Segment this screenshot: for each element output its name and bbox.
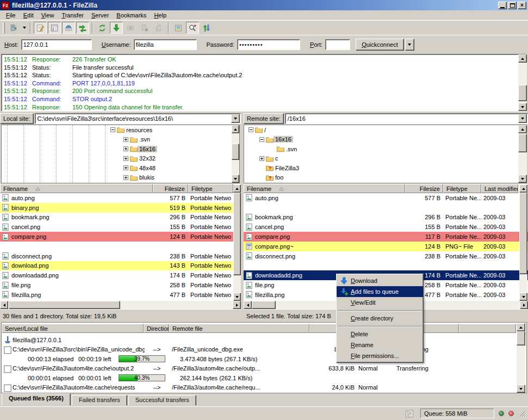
file-row[interactable]: download.png143 BPortable Netwo xyxy=(0,261,241,271)
menu-edit[interactable]: Edit xyxy=(20,11,38,20)
expand-icon[interactable] xyxy=(123,175,128,180)
expand-icon[interactable] xyxy=(123,137,128,142)
context-menu-item-download[interactable]: Download xyxy=(337,275,423,286)
tab-successful-transfers[interactable]: Successful transfers xyxy=(128,395,196,405)
scroll-thumb[interactable] xyxy=(9,301,120,309)
column-header-filename[interactable]: Filename xyxy=(244,184,405,193)
log-scrollbar[interactable] xyxy=(518,54,527,111)
tree-item[interactable]: / xyxy=(244,125,526,135)
tree-item[interactable]: .svn xyxy=(2,135,239,145)
queue-row[interactable]: filezilla@127.0.0.1 xyxy=(2,335,526,345)
file-row[interactable]: compare.png117 BPortable Ne...2009-03 xyxy=(244,232,528,242)
expand-icon[interactable] xyxy=(259,156,264,161)
resize-grip[interactable] xyxy=(518,410,526,417)
refresh-button[interactable] xyxy=(96,22,109,34)
local-tree-scrollbar[interactable] xyxy=(232,125,239,183)
tree-item[interactable]: resources xyxy=(2,125,239,135)
collapse-icon[interactable] xyxy=(110,127,115,132)
file-row[interactable]: compare.png124 BPortable Netwo xyxy=(0,232,241,242)
tree-item[interactable]: .svn xyxy=(244,144,526,154)
local-list-hscrollbar[interactable] xyxy=(0,301,241,309)
scroll-thumb[interactable] xyxy=(252,301,276,309)
file-row[interactable]: cancel.png155 BPortable Ne...2009-03 xyxy=(244,222,528,232)
queue-column-header[interactable]: Remote file xyxy=(169,324,309,333)
context-menu-item-create-directory[interactable]: Create directory xyxy=(337,313,423,324)
toolbar-grip[interactable] xyxy=(3,22,5,33)
queue-row[interactable]: 00:00:01 elapsed00:00:01 left40.3%262.14… xyxy=(2,373,526,383)
scroll-left-button[interactable] xyxy=(244,301,252,309)
menu-view[interactable]: View xyxy=(38,11,58,20)
menu-server[interactable]: Server xyxy=(88,11,113,20)
context-menu-item-view-edit[interactable]: View/Edit xyxy=(337,297,423,308)
scroll-left-button[interactable] xyxy=(0,301,8,309)
queue-row[interactable]: 00:00:13 elapsed00:00:19 left39.7%3.473.… xyxy=(2,354,526,364)
queue-column-header[interactable]: Server/Local file xyxy=(2,324,144,333)
scroll-right-button[interactable] xyxy=(233,301,241,309)
scroll-up-button[interactable] xyxy=(517,323,525,331)
scroll-up-button[interactable] xyxy=(232,125,239,133)
queue-column-header[interactable]: Direction xyxy=(144,324,169,333)
menu-file[interactable]: File xyxy=(2,11,20,20)
queue-row[interactable]: C:\dev\svn\FileZilla3\autom4te.cache\out… xyxy=(2,364,526,374)
queue-scrollbar[interactable] xyxy=(517,323,525,393)
menu-bookmarks[interactable]: Bookmarks xyxy=(113,11,150,20)
column-header-filesize[interactable]: Filesize xyxy=(405,184,443,193)
tab-queued-files-[interactable]: Queued files (3566) xyxy=(2,393,71,405)
tree-item[interactable]: c xyxy=(244,154,526,164)
file-row[interactable]: bookmark.png296 BPortable Netwo xyxy=(0,213,241,223)
site-manager-button[interactable] xyxy=(7,22,20,34)
reconnect-button[interactable] xyxy=(152,22,165,34)
file-row[interactable]: disconnect.png238 BPortable Netwo xyxy=(0,251,241,261)
scroll-up-button[interactable] xyxy=(518,125,527,133)
file-row[interactable] xyxy=(244,203,528,213)
remote-tree-scrollbar[interactable] xyxy=(518,125,527,183)
scroll-down-button[interactable] xyxy=(517,385,525,393)
tree-item[interactable]: blukis xyxy=(2,173,239,183)
scroll-thumb[interactable] xyxy=(518,85,527,101)
process-queue-button[interactable] xyxy=(110,22,123,34)
scroll-down-button[interactable] xyxy=(233,293,241,301)
file-row[interactable]: cancel.png155 BPortable Netwo xyxy=(0,222,241,232)
column-header-filename[interactable]: Filename xyxy=(0,184,153,193)
expand-icon[interactable] xyxy=(123,146,128,151)
password-input[interactable] xyxy=(237,39,300,50)
file-row[interactable]: compare.png~124 BPNG~ File2009-03 xyxy=(244,242,528,251)
host-input[interactable] xyxy=(21,39,92,50)
scroll-down-button[interactable] xyxy=(518,103,527,111)
local-site-combobox[interactable]: C:\dev\svn\FileZilla3\src\interface\reso… xyxy=(35,113,241,124)
file-row[interactable]: filezilla.png477 BPortable Netwo xyxy=(0,290,241,300)
site-manager-dropdown[interactable] xyxy=(21,22,28,34)
cancel-button[interactable] xyxy=(124,22,137,34)
transfer-queue-button[interactable] xyxy=(76,22,89,34)
scroll-thumb[interactable] xyxy=(519,193,527,274)
maximize-button[interactable] xyxy=(508,2,517,9)
collapse-icon[interactable] xyxy=(249,127,253,132)
collapse-icon[interactable] xyxy=(259,137,264,142)
minimize-button[interactable] xyxy=(498,2,507,9)
scroll-thumb[interactable] xyxy=(232,144,239,160)
queue-row[interactable]: C:\dev\svn\FileZilla3\autom4te.cache\req… xyxy=(2,383,526,393)
queue-column-header[interactable] xyxy=(459,324,516,333)
file-row[interactable]: binary.png519 BPortable Netwo xyxy=(0,203,241,213)
filter-button[interactable] xyxy=(172,22,185,34)
column-header-filesize[interactable]: Filesize xyxy=(153,184,188,193)
remote-list-vscrollbar[interactable] xyxy=(519,184,527,301)
tree-item[interactable]: 16x16 xyxy=(244,135,526,145)
context-menu-item-file-permissions-[interactable]: File permissions... xyxy=(337,350,423,361)
disconnect-button[interactable] xyxy=(138,22,151,34)
remote-treeview-button[interactable] xyxy=(62,22,75,34)
remote-site-dropdown[interactable] xyxy=(518,114,527,123)
scroll-down-button[interactable] xyxy=(519,293,527,301)
column-header-filetype[interactable]: Filetype xyxy=(188,184,233,193)
context-menu-item-delete[interactable]: Delete xyxy=(337,329,423,339)
menu-help[interactable]: Help xyxy=(150,11,170,20)
tree-item[interactable]: ?FileZilla3 xyxy=(244,163,526,173)
remote-site-combobox[interactable]: /16x16 xyxy=(285,113,528,124)
file-row[interactable]: file.png258 BPortable Netwo xyxy=(0,280,241,290)
context-menu-item-add-files-to-queue[interactable]: Add files to queue xyxy=(337,286,423,297)
queue-row[interactable]: C:\dev\svn\FileZilla3\src\bin\FileZilla_… xyxy=(2,345,526,355)
file-row[interactable]: downloadadd.png174 BPortable Netwo xyxy=(0,270,241,280)
file-row[interactable]: bookmark.png296 BPortable Ne...2009-03 xyxy=(244,213,528,223)
tree-item[interactable]: ?foo xyxy=(244,173,526,183)
menu-transfer[interactable]: Transfer xyxy=(58,11,88,20)
